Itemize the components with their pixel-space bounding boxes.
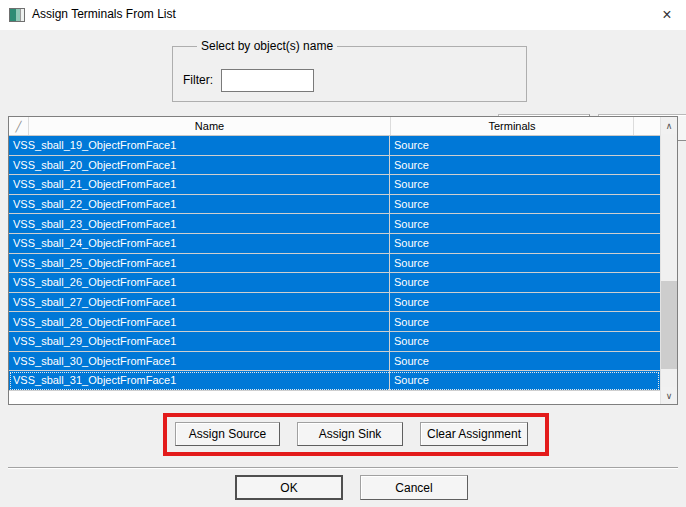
table-row[interactable]: VSS_sball_26_ObjectFromFace1Source	[9, 273, 660, 293]
row-name: VSS_sball_25_ObjectFromFace1	[9, 254, 390, 273]
ok-button[interactable]: OK	[235, 475, 343, 500]
row-terminals: Source	[390, 332, 660, 351]
table-row[interactable]: VSS_sball_27_ObjectFromFace1Source	[9, 293, 660, 313]
row-terminals: Source	[390, 254, 660, 273]
row-terminals: Source	[390, 175, 660, 194]
row-name: VSS_sball_29_ObjectFromFace1	[9, 332, 390, 351]
scroll-down-icon[interactable]: ∨	[661, 387, 677, 404]
select-by-name-group: Select by object(s) name Filter: Select …	[172, 46, 527, 102]
column-header-name[interactable]: Name	[29, 117, 391, 135]
title-bar: Assign Terminals From List ×	[0, 0, 686, 30]
table-row[interactable]: VSS_sball_23_ObjectFromFace1Source	[9, 214, 660, 234]
row-name: VSS_sball_26_ObjectFromFace1	[9, 273, 390, 292]
row-name: VSS_sball_28_ObjectFromFace1	[9, 312, 390, 331]
column-header-terminals[interactable]: Terminals	[391, 117, 634, 135]
filter-label: Filter:	[183, 73, 213, 87]
row-terminals: Source	[390, 371, 660, 390]
table-header: ╱ Name Terminals	[9, 117, 660, 136]
row-name: VSS_sball_27_ObjectFromFace1	[9, 293, 390, 312]
window-title: Assign Terminals From List	[32, 7, 176, 21]
table-row[interactable]: VSS_sball_20_ObjectFromFace1Source	[9, 156, 660, 176]
scrollbar-thumb[interactable]	[661, 281, 677, 369]
row-terminals: Source	[390, 352, 660, 371]
filter-input[interactable]	[221, 69, 314, 92]
assign-terminals-dialog: Assign Terminals From List × Select by o…	[0, 0, 686, 507]
cancel-button[interactable]: Cancel	[360, 475, 468, 500]
table-row[interactable]: VSS_sball_24_ObjectFromFace1Source	[9, 234, 660, 254]
row-terminals: Source	[390, 136, 660, 155]
table-row[interactable]: VSS_sball_31_ObjectFromFace1Source	[9, 371, 660, 391]
group-legend: Select by object(s) name	[197, 39, 337, 53]
table-row[interactable]: VSS_sball_28_ObjectFromFace1Source	[9, 312, 660, 332]
table-row[interactable]: VSS_sball_19_ObjectFromFace1Source	[9, 136, 660, 156]
row-terminals: Source	[390, 156, 660, 175]
column-header-stub	[634, 117, 660, 135]
row-terminals: Source	[390, 195, 660, 214]
assign-sink-button[interactable]: Assign Sink	[297, 422, 403, 446]
row-name: VSS_sball_31_ObjectFromFace1	[9, 371, 390, 390]
table-row[interactable]: VSS_sball_22_ObjectFromFace1Source	[9, 195, 660, 215]
row-terminals: Source	[390, 312, 660, 331]
row-name: VSS_sball_21_ObjectFromFace1	[9, 175, 390, 194]
vertical-scrollbar[interactable]: ∧ ∨	[660, 117, 677, 404]
table-rows: VSS_sball_19_ObjectFromFace1SourceVSS_sb…	[9, 136, 660, 391]
row-name: VSS_sball_24_ObjectFromFace1	[9, 234, 390, 253]
table-row[interactable]: VSS_sball_29_ObjectFromFace1Source	[9, 332, 660, 352]
assign-source-button[interactable]: Assign Source	[175, 422, 280, 446]
row-terminals: Source	[390, 214, 660, 233]
scroll-up-icon[interactable]: ∧	[661, 117, 677, 134]
row-name: VSS_sball_30_ObjectFromFace1	[9, 352, 390, 371]
row-terminals: Source	[390, 293, 660, 312]
table-row[interactable]: VSS_sball_21_ObjectFromFace1Source	[9, 175, 660, 195]
terminals-table: ╱ Name Terminals VSS_sball_19_ObjectFrom…	[8, 116, 678, 405]
row-name: VSS_sball_22_ObjectFromFace1	[9, 195, 390, 214]
row-name: VSS_sball_19_ObjectFromFace1	[9, 136, 390, 155]
row-terminals: Source	[390, 234, 660, 253]
table-row[interactable]: VSS_sball_30_ObjectFromFace1Source	[9, 352, 660, 372]
row-terminals: Source	[390, 273, 660, 292]
sort-indicator-icon[interactable]: ╱	[9, 117, 29, 135]
app-icon	[9, 8, 25, 22]
row-name: VSS_sball_23_ObjectFromFace1	[9, 214, 390, 233]
close-icon[interactable]: ×	[656, 4, 678, 26]
clear-assignment-button[interactable]: Clear Assignment	[420, 422, 528, 446]
footer-divider	[8, 467, 678, 469]
table-row[interactable]: VSS_sball_25_ObjectFromFace1Source	[9, 254, 660, 274]
row-name: VSS_sball_20_ObjectFromFace1	[9, 156, 390, 175]
